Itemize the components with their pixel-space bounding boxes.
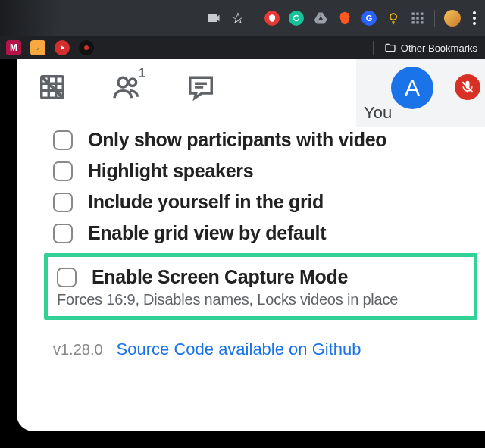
option-label: Only show participants with video (88, 129, 386, 151)
bookmarks-left: M (0, 40, 94, 55)
checkbox[interactable] (53, 130, 73, 150)
menu-dots-icon[interactable] (470, 11, 479, 25)
svg-point-0 (390, 14, 396, 20)
grammarly-icon[interactable] (289, 11, 304, 26)
grid-off-icon[interactable] (38, 73, 67, 102)
people-icon[interactable]: 1 (112, 73, 141, 102)
option-label: Enable Screen Capture Mode (92, 266, 348, 288)
checkbox[interactable] (53, 193, 73, 212)
toolbar-fade (0, 0, 61, 36)
other-bookmarks-folder[interactable]: Other Bookmarks (384, 42, 477, 54)
star-icon[interactable]: ☆ (230, 11, 246, 26)
options-list: Only show participants with video Highli… (17, 108, 485, 244)
svg-rect-7 (412, 21, 415, 23)
option-include-self[interactable]: Include yourself in the grid (53, 191, 470, 213)
self-label: You (364, 103, 392, 123)
apps-grid-icon[interactable] (410, 11, 425, 26)
svg-rect-8 (416, 21, 418, 23)
svg-rect-9 (421, 21, 423, 23)
svg-rect-6 (421, 17, 423, 19)
avatar: A (391, 67, 433, 109)
checkbox[interactable] (53, 224, 73, 243)
github-link[interactable]: Source Code available on Github (117, 340, 361, 359)
option-screen-capture[interactable]: Enable Screen Capture Mode (57, 266, 468, 288)
option-label: Enable grid view by default (88, 222, 326, 244)
chat-icon[interactable] (186, 73, 215, 102)
version-text: v1.28.0 (53, 341, 103, 359)
adblock-icon[interactable] (264, 11, 280, 26)
lamp-icon[interactable] (386, 11, 401, 26)
checkbox[interactable] (53, 161, 73, 181)
mic-muted-icon[interactable] (455, 74, 480, 100)
settings-card: 1 A You (17, 59, 485, 431)
dev-chip[interactable] (79, 40, 94, 55)
page-background: 1 A You (0, 59, 485, 448)
svg-rect-2 (416, 13, 418, 15)
browser-toolbar: ☆ G (0, 0, 485, 36)
option-only-video[interactable]: Only show participants with video (53, 129, 470, 151)
toolbar-divider (255, 10, 255, 27)
checkbox[interactable] (57, 268, 77, 287)
myntra-chip[interactable]: M (6, 40, 21, 55)
people-count: 1 (139, 67, 146, 80)
drive-icon[interactable] (313, 11, 328, 26)
footer: v1.28.0 Source Code available on Github (17, 327, 485, 359)
profile-avatar-icon[interactable] (444, 10, 461, 27)
toolbar-divider (434, 10, 435, 27)
other-bookmarks-label: Other Bookmarks (401, 42, 477, 54)
option-highlight-speakers[interactable]: Highlight speakers (53, 160, 470, 182)
self-video-tile[interactable]: A You (356, 59, 485, 127)
camera-icon[interactable] (206, 11, 221, 26)
translate-icon[interactable]: G (361, 11, 377, 26)
svg-rect-1 (412, 13, 415, 15)
tabs-row: 1 A You (17, 59, 485, 108)
option-label: Highlight speakers (88, 160, 253, 182)
brave-icon[interactable] (337, 11, 352, 26)
bookmarks-bar: M Other Bookmarks (0, 36, 485, 59)
bookmarks-divider (373, 41, 374, 55)
svg-rect-4 (412, 17, 415, 19)
postman-chip[interactable] (30, 40, 45, 55)
option-enable-default[interactable]: Enable grid view by default (53, 222, 470, 244)
youtube-music-chip[interactable] (55, 40, 70, 55)
highlighted-option-box: Enable Screen Capture Mode Forces 16:9, … (44, 253, 477, 320)
option-description: Forces 16:9, Disables names, Locks video… (57, 291, 468, 309)
option-label: Include yourself in the grid (88, 191, 324, 213)
svg-rect-3 (421, 13, 423, 15)
svg-rect-5 (416, 17, 418, 19)
avatar-letter: A (405, 75, 420, 101)
svg-point-13 (129, 79, 136, 86)
svg-point-10 (84, 45, 89, 50)
svg-point-12 (118, 77, 128, 87)
